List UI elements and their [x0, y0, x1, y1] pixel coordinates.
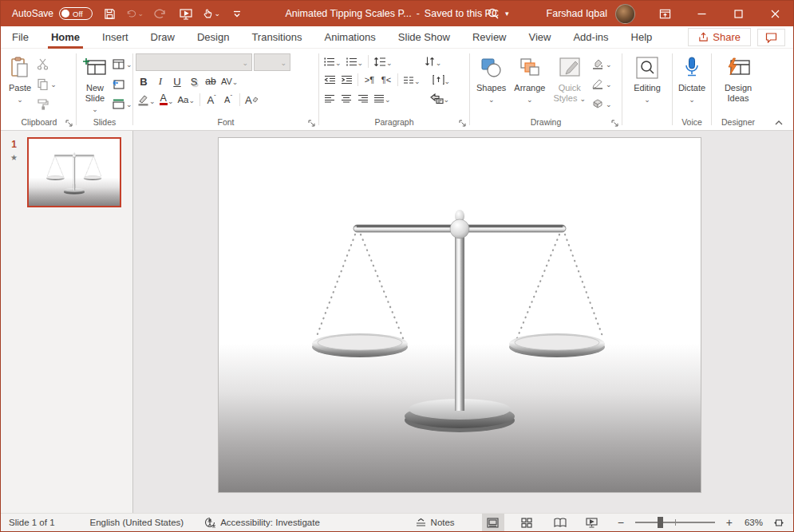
- comments-button[interactable]: [757, 29, 785, 46]
- shrink-font-button[interactable]: Aˇ: [220, 92, 236, 108]
- shape-effects-button[interactable]: [590, 95, 614, 112]
- user-avatar[interactable]: [615, 4, 635, 24]
- language-indicator[interactable]: English (United States): [84, 514, 191, 532]
- columns-button[interactable]: [401, 72, 422, 88]
- autosave-control[interactable]: AutoSave Off: [12, 7, 93, 20]
- decrease-indent-button[interactable]: [322, 72, 338, 88]
- normal-view-button[interactable]: [482, 514, 504, 532]
- slideshow-view-button[interactable]: [581, 514, 603, 532]
- zoom-slider-thumb[interactable]: [658, 517, 663, 528]
- slide-counter[interactable]: Slide 1 of 1: [1, 514, 61, 532]
- quick-styles-button[interactable]: Quick Styles: [549, 52, 590, 116]
- touch-mouse-mode-icon[interactable]: ⌄: [203, 5, 220, 22]
- editing-button[interactable]: Editing: [630, 52, 665, 116]
- save-icon[interactable]: [101, 5, 118, 22]
- section-button[interactable]: [111, 95, 134, 112]
- character-spacing-button[interactable]: AV: [219, 73, 239, 89]
- increase-indent-button[interactable]: [338, 72, 354, 88]
- copy-button[interactable]: [35, 75, 58, 93]
- share-button[interactable]: Share: [688, 28, 751, 46]
- tab-animations[interactable]: Animations: [314, 26, 387, 49]
- italic-button[interactable]: I: [152, 73, 168, 89]
- drawing-dialog-launcher[interactable]: [611, 120, 619, 128]
- grow-font-button[interactable]: Aˆ: [203, 92, 219, 108]
- shape-fill-button[interactable]: [590, 55, 614, 73]
- change-case-button[interactable]: Aa: [176, 92, 196, 108]
- notes-button[interactable]: Notes: [409, 514, 461, 532]
- tab-view[interactable]: View: [518, 26, 563, 49]
- bullets-button[interactable]: [322, 53, 343, 69]
- zoom-out-button[interactable]: −: [614, 516, 627, 529]
- cut-button[interactable]: [35, 55, 58, 73]
- clipboard-dialog-launcher[interactable]: [65, 120, 73, 128]
- close-button[interactable]: [756, 1, 793, 26]
- redo-icon[interactable]: [152, 5, 169, 22]
- start-slideshow-icon[interactable]: [177, 5, 195, 22]
- align-right-button[interactable]: [355, 90, 371, 106]
- align-center-button[interactable]: [338, 90, 354, 106]
- paste-button[interactable]: Paste: [5, 52, 35, 116]
- arrange-button[interactable]: Arrange: [510, 52, 549, 116]
- slide-layout-button[interactable]: [111, 55, 134, 73]
- bold-button[interactable]: B: [136, 73, 152, 89]
- collapse-ribbon-icon[interactable]: [774, 120, 784, 126]
- numbering-button[interactable]: [344, 53, 365, 69]
- align-left-button[interactable]: [322, 90, 338, 106]
- clear-formatting-button[interactable]: A: [243, 92, 260, 108]
- maximize-button[interactable]: [720, 1, 756, 26]
- text-shadow-button[interactable]: S: [186, 73, 202, 89]
- slideshow-icon: [586, 518, 598, 528]
- tab-transitions[interactable]: Transitions: [240, 26, 313, 49]
- font-name-combo[interactable]: [136, 53, 252, 71]
- slide-sorter-icon: [521, 518, 532, 528]
- design-ideas-button[interactable]: Design Ideas: [721, 52, 756, 116]
- slide-number: 1: [11, 139, 17, 150]
- zoom-level[interactable]: 63%: [736, 518, 763, 527]
- text-highlight-button[interactable]: [136, 92, 157, 108]
- rtl-paragraph-button[interactable]: >¶: [361, 72, 377, 88]
- justify-button[interactable]: [372, 90, 393, 106]
- tab-slide-show[interactable]: Slide Show: [387, 26, 461, 49]
- reset-slide-button[interactable]: [111, 75, 134, 93]
- line-spacing-button[interactable]: [372, 53, 394, 69]
- ltr-paragraph-button[interactable]: ¶<: [378, 72, 394, 88]
- font-dialog-launcher[interactable]: [308, 120, 316, 128]
- dictate-button[interactable]: Dictate: [674, 52, 709, 116]
- autosave-toggle[interactable]: Off: [59, 7, 93, 20]
- convert-smartart-button[interactable]: [429, 90, 452, 106]
- paragraph-dialog-launcher[interactable]: [459, 120, 467, 128]
- tab-add-ins[interactable]: Add-ins: [562, 26, 619, 49]
- search-icon[interactable]: [484, 5, 502, 22]
- new-slide-button[interactable]: New Slide: [79, 52, 111, 116]
- shape-outline-button[interactable]: [590, 75, 614, 93]
- font-size-combo[interactable]: [254, 53, 290, 71]
- underline-button[interactable]: U: [169, 73, 185, 89]
- tab-help[interactable]: Help: [620, 26, 664, 49]
- tab-file[interactable]: File: [1, 26, 40, 49]
- zoom-slider[interactable]: [630, 522, 720, 523]
- fit-slide-to-window-button[interactable]: [768, 514, 790, 532]
- tab-insert[interactable]: Insert: [91, 26, 140, 49]
- shapes-button[interactable]: Shapes: [472, 52, 510, 116]
- align-text-button[interactable]: [431, 72, 452, 88]
- tab-design[interactable]: Design: [186, 26, 240, 49]
- text-direction-button[interactable]: [422, 53, 444, 69]
- accessibility-checker[interactable]: Accessibility: Investigate: [198, 514, 326, 532]
- format-painter-button[interactable]: [35, 95, 58, 112]
- undo-icon[interactable]: ⌄: [126, 5, 144, 22]
- minimize-button[interactable]: [683, 1, 720, 26]
- tab-draw[interactable]: Draw: [140, 26, 186, 49]
- animation-star-icon[interactable]: ★: [10, 153, 18, 162]
- customize-qat-icon[interactable]: [228, 5, 246, 22]
- font-color-button[interactable]: A: [158, 92, 176, 108]
- reading-view-button[interactable]: [549, 514, 571, 532]
- tab-review[interactable]: Review: [461, 26, 518, 49]
- user-name[interactable]: Farshad Iqbal: [547, 8, 607, 19]
- zoom-in-button[interactable]: +: [723, 516, 736, 529]
- ribbon-display-options-icon[interactable]: [646, 1, 683, 26]
- tab-home[interactable]: Home: [40, 26, 91, 49]
- strikethrough-button[interactable]: ab: [203, 73, 219, 89]
- slide-editing-surface[interactable]: [218, 137, 701, 493]
- slide-sorter-view-button[interactable]: [516, 514, 538, 532]
- slide-1-thumbnail[interactable]: [27, 137, 121, 207]
